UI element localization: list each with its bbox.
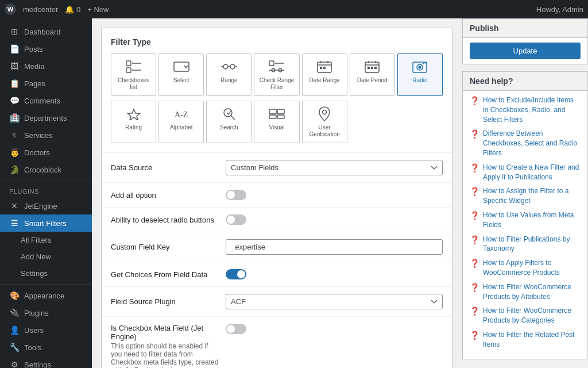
visual-icon (269, 106, 285, 122)
notifications[interactable]: 🔔 0 (65, 5, 80, 14)
jetengine-icon: ✕ (9, 201, 20, 210)
help-link[interactable]: How to Filter the Related Post Items (483, 330, 581, 350)
sidebar-item-dashboard[interactable]: ⊞ Dashboard (0, 23, 92, 40)
visual-label: Visual (269, 124, 284, 131)
sidebar-item-settings-sub[interactable]: Settings (0, 265, 92, 282)
data-source-select[interactable]: Custom Fields Taxonomy Post Field (226, 160, 443, 175)
sidebar-item-media[interactable]: 🖼 Media (0, 57, 92, 75)
custom-field-key-control (226, 239, 443, 255)
filter-date-range[interactable]: Date Range (302, 53, 347, 96)
update-button[interactable]: Update (470, 43, 581, 59)
help-question-icon: ❓ (470, 259, 479, 268)
help-link[interactable]: How to Filter WooCommerce Products by Ca… (483, 306, 581, 325)
help-item: ❓How to Exclude/Include Items in Checkbo… (470, 95, 581, 124)
help-item: ❓How to Filter WooCommerce Products by A… (470, 282, 581, 302)
add-all-toggle[interactable] (226, 190, 246, 200)
sidebar-item-tools[interactable]: 🔧 Tools (0, 339, 92, 356)
wp-logo[interactable]: W (5, 3, 16, 15)
geolocation-icon (318, 106, 331, 122)
sidebar-item-doctors[interactable]: 👨 Doctors (0, 144, 92, 161)
sidebar-item-add-new[interactable]: Add New (0, 248, 92, 265)
filter-range[interactable]: Range (206, 53, 252, 96)
help-item: ❓How to Filter WooCommerce Products by C… (470, 306, 581, 325)
checkbox-meta-toggle[interactable] (226, 324, 246, 334)
help-question-icon: ❓ (470, 331, 479, 340)
svg-point-39 (323, 110, 327, 114)
help-link[interactable]: How to Apply Filters to WooCommerce Prod… (483, 258, 581, 278)
field-source-select[interactable]: ACF JetEngine None (226, 294, 443, 309)
sidebar-item-comments[interactable]: 💬 Comments (0, 92, 92, 109)
date-range-label: Date Range (309, 77, 339, 84)
filter-date-period[interactable]: Date Period (350, 53, 395, 96)
sidebar-item-users[interactable]: 👤 Users (0, 321, 92, 339)
filter-checkboxes-list[interactable]: Checkboxes list (111, 53, 156, 96)
checkbox-meta-row: Is Checkbox Meta Field (Jet Engine) This… (102, 316, 452, 368)
help-body: ❓How to Exclude/Include Items in Checkbo… (463, 91, 587, 359)
check-range-icon (269, 59, 285, 75)
filter-check-range[interactable]: Check Range Filter (254, 53, 299, 96)
svg-rect-25 (368, 67, 370, 69)
dashboard-icon: ⊞ (9, 27, 20, 36)
get-choices-toggle[interactable] (226, 269, 246, 279)
custom-field-key-input[interactable] (226, 239, 443, 255)
sidebar-item-all-filters[interactable]: All Filters (0, 232, 92, 248)
filter-rating[interactable]: Rating (111, 101, 156, 143)
tools-icon: 🔧 (9, 343, 20, 352)
sidebar-item-smart-filters[interactable]: ☰ Smart Filters (0, 214, 92, 232)
publish-body: Update (463, 38, 587, 64)
deselect-toggle[interactable] (226, 214, 246, 225)
departments-icon: 🏥 (9, 113, 20, 122)
help-link[interactable]: Difference Between Checkboxes, Select an… (483, 129, 581, 158)
media-icon: 🖼 (9, 62, 20, 71)
search-label: Search (220, 124, 238, 131)
field-source-control: ACF JetEngine None (226, 294, 443, 309)
sidebar-item-departments[interactable]: 🏥 Departments (0, 109, 92, 126)
site-name[interactable]: medcenter (23, 5, 58, 14)
filter-select[interactable]: Select (158, 53, 204, 96)
filter-radio[interactable]: Radio (397, 53, 443, 96)
filter-type-section: Filter Type Checkboxes list (102, 28, 452, 152)
sidebar-item-crocoblock[interactable]: 🐊 Crocoblock (0, 161, 92, 178)
help-link[interactable]: How to Exclude/Include Items in Checkbox… (483, 95, 581, 124)
filter-search[interactable]: Search (206, 101, 252, 143)
sidebar-item-jetengine[interactable]: ✕ JetEngine (0, 197, 92, 214)
svg-rect-26 (371, 67, 373, 69)
sidebar-item-plugins[interactable]: 🔌 Plugins (0, 304, 92, 321)
date-period-icon (365, 59, 380, 75)
sidebar-item-posts[interactable]: 📄 Posts (0, 40, 92, 57)
deselect-row: Ability to deselect radio buttons (102, 207, 452, 232)
geolocation-label: User Geolocation (305, 124, 345, 138)
filter-visual[interactable]: Visual (254, 101, 299, 143)
select-label: Select (173, 77, 189, 84)
help-item: ❓How to Create a New Filter and Apply it… (470, 163, 581, 182)
publish-title: Publish (463, 19, 587, 38)
svg-marker-31 (127, 109, 140, 120)
toggle-knob (227, 191, 235, 199)
sidebar-item-pages[interactable]: 📋 Pages (0, 75, 92, 92)
filter-empty2 (397, 101, 443, 143)
sidebar-item-settings-main[interactable]: ⚙ Settings (0, 356, 92, 368)
add-all-option-row: Add all option (102, 182, 452, 207)
filter-user-geolocation[interactable]: User Geolocation (302, 101, 347, 143)
svg-rect-0 (126, 61, 131, 66)
checkbox-meta-toggle-area (226, 324, 443, 334)
sidebar-item-appearance[interactable]: 🎨 Appearance (0, 287, 92, 304)
services-icon: ⚕ (9, 131, 20, 140)
help-link[interactable]: How to Use Values from Meta Fields (483, 210, 581, 230)
checkboxes-icon (126, 59, 142, 75)
svg-point-30 (419, 66, 421, 69)
sidebar-item-services[interactable]: ⚕ Services (0, 126, 92, 144)
top-bar: W medcenter 🔔 0 + New Howdy, Admin (0, 0, 588, 18)
data-source-label: Data Source (111, 163, 226, 172)
checkbox-meta-label: Is Checkbox Meta Field (Jet Engine) This… (111, 324, 226, 368)
help-link[interactable]: How to Filter WooCommerce Products by At… (483, 282, 581, 302)
content-area: Filter Type Checkboxes list (101, 28, 452, 368)
data-source-control: Custom Fields Taxonomy Post Field (226, 160, 443, 175)
filter-type-title: Filter Type (111, 37, 443, 47)
svg-rect-27 (374, 67, 377, 69)
filter-alphabet[interactable]: A-Z Alphabet (158, 101, 204, 143)
new-item[interactable]: + New (87, 5, 109, 14)
help-link[interactable]: How to Filter Publications by Taxonomy (483, 235, 581, 254)
help-link[interactable]: How to Create a New Filter and Apply it … (483, 163, 581, 182)
help-link[interactable]: How to Assign the Filter to a Specific W… (483, 186, 581, 206)
